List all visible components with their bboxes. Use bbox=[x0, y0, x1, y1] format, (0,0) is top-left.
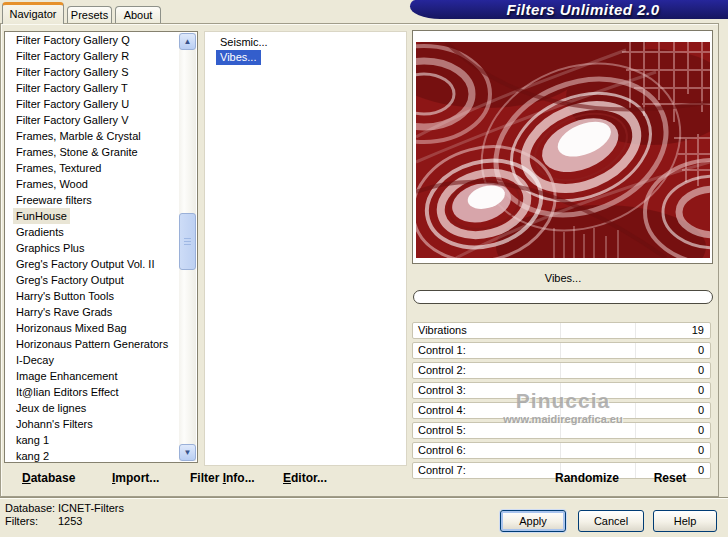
control-label: Control 1: bbox=[418, 343, 466, 358]
category-item[interactable]: I-Decay bbox=[5, 352, 197, 368]
control-slider-row[interactable]: Control 2:0 bbox=[412, 362, 711, 379]
import-button[interactable]: Import... bbox=[112, 471, 159, 485]
category-item-label: Frames, Wood bbox=[13, 176, 91, 192]
selected-filter-caption: Vibes... bbox=[412, 272, 714, 284]
category-item[interactable]: Horizonaus Mixed Bag bbox=[5, 320, 197, 336]
category-item-label: Greg's Factory Output Vol. II bbox=[13, 256, 157, 272]
filter-item-label: Vibes... bbox=[216, 50, 261, 65]
chevron-up-icon[interactable]: ▲ bbox=[179, 33, 196, 50]
control-value: 0 bbox=[698, 343, 704, 358]
control-slider-row[interactable]: Control 1:0 bbox=[412, 342, 711, 359]
category-item[interactable]: Harry's Rave Grads bbox=[5, 304, 197, 320]
control-label: Control 6: bbox=[418, 443, 466, 458]
category-item[interactable]: Jeux de lignes bbox=[5, 400, 197, 416]
randomize-button[interactable]: Randomize bbox=[527, 471, 647, 485]
control-value: 0 bbox=[698, 443, 704, 458]
tab-presets[interactable]: Presets bbox=[67, 6, 112, 24]
status-database-value: ICNET-Filters bbox=[58, 502, 124, 514]
category-item[interactable]: Frames, Textured bbox=[5, 160, 197, 176]
control-value: 0 bbox=[698, 423, 704, 438]
category-item-label: Harry's Button Tools bbox=[13, 288, 117, 304]
database-button[interactable]: Database bbox=[22, 471, 75, 485]
control-slider-row[interactable]: Control 4:0 bbox=[412, 402, 711, 419]
control-label: Control 7: bbox=[418, 463, 466, 478]
category-item-label: Filter Factory Gallery Q bbox=[13, 32, 133, 48]
filter-item[interactable]: Vibes... bbox=[205, 50, 406, 65]
category-item-label: I-Decay bbox=[13, 352, 57, 368]
control-label: Vibrations bbox=[418, 323, 467, 338]
category-item[interactable]: Freeware filters bbox=[5, 192, 197, 208]
category-item[interactable]: Greg's Factory Output bbox=[5, 272, 197, 288]
category-item-label: Filter Factory Gallery R bbox=[13, 48, 132, 64]
control-label: Control 4: bbox=[418, 403, 466, 418]
category-item-label: Greg's Factory Output bbox=[13, 272, 127, 288]
category-item-label: Gradients bbox=[13, 224, 67, 240]
control-slider-row[interactable]: Control 5:0 bbox=[412, 422, 711, 439]
category-item[interactable]: Filter Factory Gallery T bbox=[5, 80, 197, 96]
category-item-label: Filter Factory Gallery V bbox=[13, 112, 131, 128]
category-item-label: kang 1 bbox=[13, 432, 52, 448]
chevron-down-icon[interactable]: ▼ bbox=[179, 444, 196, 461]
preview-image[interactable] bbox=[416, 42, 710, 258]
category-item[interactable]: Filter Factory Gallery U bbox=[5, 96, 197, 112]
category-item[interactable]: Graphics Plus bbox=[5, 240, 197, 256]
scrollbar-thumb[interactable] bbox=[179, 213, 196, 270]
reset-button[interactable]: Reset bbox=[640, 471, 700, 485]
control-slider-row[interactable]: Control 3:0 bbox=[412, 382, 711, 399]
category-item[interactable]: Greg's Factory Output Vol. II bbox=[5, 256, 197, 272]
cancel-button[interactable]: Cancel bbox=[578, 510, 644, 532]
category-item[interactable]: It@lian Editors Effect bbox=[5, 384, 197, 400]
category-item-label: Horizonaus Mixed Bag bbox=[13, 320, 130, 336]
filter-item[interactable]: Seismic... bbox=[205, 35, 406, 50]
control-value: 0 bbox=[698, 403, 704, 418]
category-item[interactable]: Filter Factory Gallery Q bbox=[5, 32, 197, 48]
category-item[interactable]: Harry's Button Tools bbox=[5, 288, 197, 304]
category-item[interactable]: Image Enhancement bbox=[5, 368, 197, 384]
window-title: Filters Unlimited 2.0 bbox=[448, 1, 718, 18]
category-item-label: Frames, Textured bbox=[13, 160, 104, 176]
category-item[interactable]: Frames, Wood bbox=[5, 176, 197, 192]
category-item-label: Horizonaus Pattern Generators bbox=[13, 336, 171, 352]
filter-info-button[interactable]: Filter Info... bbox=[190, 471, 255, 485]
category-item[interactable]: Horizonaus Pattern Generators bbox=[5, 336, 197, 352]
category-item[interactable]: Johann's Filters bbox=[5, 416, 197, 432]
category-item[interactable]: kang 1 bbox=[5, 432, 197, 448]
category-item-label: Filter Factory Gallery T bbox=[13, 80, 131, 96]
category-item[interactable]: Frames, Stone & Granite bbox=[5, 144, 197, 160]
control-sliders: Vibrations19Control 1:0Control 2:0Contro… bbox=[412, 322, 711, 482]
category-item-label: Harry's Rave Grads bbox=[13, 304, 115, 320]
title-banner: Filters Unlimited 2.0 bbox=[410, 0, 728, 19]
category-listbox[interactable]: ▲ ▼ Filter Factory Gallery QFilter Facto… bbox=[4, 31, 198, 463]
tab-about[interactable]: About bbox=[115, 6, 161, 24]
category-scrollbar[interactable]: ▲ ▼ bbox=[179, 33, 196, 461]
category-item[interactable]: Gradients bbox=[5, 224, 197, 240]
apply-button[interactable]: Apply bbox=[500, 510, 566, 532]
category-item-label: Frames, Marble & Crystal bbox=[13, 128, 144, 144]
progress-bar bbox=[413, 290, 713, 304]
category-item[interactable]: kang 2 bbox=[5, 448, 197, 463]
control-slider-row[interactable]: Control 6:0 bbox=[412, 442, 711, 459]
filter-item-label: Seismic... bbox=[216, 35, 272, 50]
category-item-label: kang 2 bbox=[13, 448, 52, 463]
category-item-label: Graphics Plus bbox=[13, 240, 87, 256]
category-item[interactable]: Filter Factory Gallery S bbox=[5, 64, 197, 80]
tab-navigator[interactable]: Navigator bbox=[2, 2, 64, 24]
category-item-label: Filter Factory Gallery S bbox=[13, 64, 131, 80]
help-button[interactable]: Help bbox=[653, 510, 717, 532]
control-label: Control 5: bbox=[418, 423, 466, 438]
category-item[interactable]: Filter Factory Gallery R bbox=[5, 48, 197, 64]
preview-panel bbox=[412, 30, 713, 264]
category-item[interactable]: Filter Factory Gallery V bbox=[5, 112, 197, 128]
divider bbox=[0, 497, 728, 499]
editor-button[interactable]: Editor... bbox=[283, 471, 327, 485]
category-item-label: Filter Factory Gallery U bbox=[13, 96, 132, 112]
category-item[interactable]: FunHouse bbox=[5, 208, 197, 224]
category-item[interactable]: Frames, Marble & Crystal bbox=[5, 128, 197, 144]
category-item-label: Johann's Filters bbox=[13, 416, 96, 432]
control-slider-row[interactable]: Vibrations19 bbox=[412, 322, 711, 339]
control-value: 19 bbox=[692, 323, 704, 338]
status-database-label: Database: bbox=[5, 502, 55, 514]
status-filters-label: Filters: bbox=[5, 515, 38, 527]
filter-listbox[interactable]: Seismic...Vibes... bbox=[204, 31, 407, 466]
status-filters-value: 1253 bbox=[58, 515, 82, 527]
